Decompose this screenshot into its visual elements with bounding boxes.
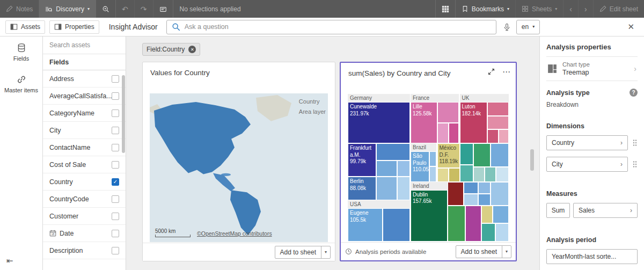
previous-sheet-button[interactable]: ‹ (563, 0, 578, 18)
smart-search-button[interactable] (96, 0, 116, 18)
treemap-block[interactable] (478, 182, 491, 194)
treemap-block[interactable] (473, 143, 491, 167)
treemap-block[interactable] (464, 182, 478, 194)
treemap-block-luton[interactable]: Luton 182.14k (460, 102, 487, 143)
undo-button[interactable]: ↶ (116, 0, 135, 18)
treemap-block[interactable] (473, 167, 485, 182)
treemap-block[interactable] (478, 194, 491, 206)
discovery-button[interactable]: Discovery ▾ (39, 0, 96, 18)
treemap-block[interactable] (397, 160, 410, 177)
close-insight-advisor-button[interactable]: ✕ (623, 22, 639, 32)
voice-input-button[interactable] (503, 23, 511, 31)
ask-question-input[interactable] (185, 23, 491, 31)
map-chart-card[interactable]: Values for Country Country Area l (142, 62, 335, 261)
treemap-block-lille[interactable]: Lille 125.58k (411, 102, 437, 143)
next-sheet-button[interactable]: › (578, 0, 593, 18)
field-checkbox-categoryname[interactable] (112, 110, 119, 117)
treemap-block[interactable] (437, 102, 459, 123)
notes-button[interactable]: Notes (0, 0, 39, 18)
treemap-block[interactable] (487, 116, 509, 129)
treemap-block[interactable] (496, 167, 509, 182)
treemap-block[interactable] (487, 129, 499, 143)
treemap-block[interactable] (449, 123, 459, 144)
bookmarks-button[interactable]: Bookmarks ▾ (455, 0, 515, 18)
field-row-city[interactable]: City (43, 122, 126, 139)
redo-button[interactable]: ↷ (135, 0, 153, 18)
treemap-block[interactable] (397, 177, 410, 200)
field-checkbox-countrycode[interactable] (112, 195, 119, 203)
treemap-block[interactable] (437, 123, 449, 144)
field-checkbox-country[interactable]: ✓ (112, 178, 119, 186)
edit-sheet-button[interactable]: Edit sheet (593, 0, 644, 18)
treemap-block[interactable] (376, 177, 397, 200)
assets-toggle-button[interactable]: Assets (5, 20, 45, 34)
field-row-categoryname[interactable]: CategoryName (43, 105, 126, 122)
ask-question-searchbar[interactable] (166, 20, 496, 34)
field-row-description[interactable]: Description (43, 242, 126, 259)
assets-search-input[interactable] (49, 41, 119, 49)
treemap-group-ireland[interactable]: Ireland (411, 182, 448, 190)
treemap-block[interactable] (383, 208, 410, 242)
field-row-countrycode[interactable]: CountryCode (43, 191, 126, 208)
sheets-button[interactable]: Sheets ▾ (515, 0, 563, 18)
field-row-averagecallsatisfa[interactable]: AverageCallSatisfa... (43, 87, 126, 105)
chevron-right-icon[interactable]: › (634, 64, 636, 73)
treemap-block[interactable] (465, 206, 481, 242)
treemap-block[interactable] (376, 143, 410, 160)
measure-field-button[interactable]: Sales › (573, 203, 638, 218)
treemap-group-france[interactable]: France (411, 94, 459, 102)
field-checkbox-cost-of-sale[interactable] (112, 161, 119, 169)
collapse-panel-icon[interactable]: ⇤ (6, 256, 13, 266)
treemap-block[interactable] (491, 182, 509, 206)
field-checkbox-customer[interactable] (112, 213, 119, 220)
treemap-block[interactable] (460, 165, 474, 182)
treemap-block[interactable] (487, 102, 509, 116)
map-attribution[interactable]: ©OpenStreetMap contributors (197, 230, 272, 237)
assets-scrollbar[interactable] (122, 75, 125, 153)
language-select[interactable]: en ▾ (516, 20, 540, 34)
field-row-customer[interactable]: Customer (43, 208, 126, 225)
treemap-block[interactable] (460, 143, 474, 165)
chevron-down-icon[interactable]: ▾ (502, 246, 511, 258)
treemap-block[interactable] (464, 194, 478, 206)
field-row-cost-of-sale[interactable]: Cost of Sale (43, 156, 126, 173)
treemap-block-s-o[interactable]: São Paulo 110.05k (411, 151, 429, 181)
remove-filter-icon[interactable]: ✕ (188, 46, 196, 53)
treemap-block-frankfurt[interactable]: Frankfurt a.M. 99.79k (348, 143, 376, 177)
assets-search[interactable] (43, 37, 126, 54)
field-row-date[interactable]: 18Date (43, 225, 126, 242)
dimension-button-country[interactable]: Country › (546, 135, 628, 150)
treemap-block[interactable] (495, 223, 509, 242)
analysis-periods-note[interactable]: Analysis periods available (345, 248, 426, 255)
field-checkbox-city[interactable] (112, 127, 119, 134)
treemap-chart-card[interactable]: sum(Sales) by Country and City ⋯ Germany… (340, 62, 517, 261)
chart-type-row[interactable]: Chart type Treemap › (546, 56, 638, 81)
clear-selections-button[interactable] (153, 0, 173, 18)
analysis-period-button[interactable]: YearMonth-last sorte... (546, 249, 638, 264)
treemap-group-usa[interactable]: USA (348, 200, 410, 208)
chevron-down-icon[interactable]: ▾ (321, 246, 330, 258)
aggregation-button[interactable]: Sum (546, 203, 570, 218)
field-checkbox-address[interactable] (112, 75, 119, 83)
treemap-block[interactable] (429, 151, 437, 166)
map-add-to-sheet-button[interactable]: Add to sheet ▾ (275, 246, 331, 259)
more-options-icon[interactable]: ⋯ (502, 68, 510, 76)
expand-icon[interactable] (488, 68, 495, 75)
field-row-address[interactable]: Address (43, 70, 126, 87)
rail-tab-fields[interactable]: Fields (0, 37, 42, 68)
treemap-block[interactable] (376, 160, 397, 177)
treemap-block-cunewalde[interactable]: Cunewalde 231.97k (348, 102, 410, 143)
app-overview-button[interactable] (435, 0, 455, 18)
treemap-block[interactable] (437, 168, 449, 182)
field-checkbox-contactname[interactable] (112, 144, 119, 151)
field-row-country[interactable]: Country✓ (43, 173, 126, 191)
field-checkbox-description[interactable] (112, 247, 119, 254)
treemap-block[interactable] (449, 168, 460, 182)
treemap-chart[interactable]: GermanyFranceUKBrazilIrelandUSACunewalde… (348, 94, 509, 242)
help-icon[interactable]: ? (630, 89, 638, 97)
drag-handle-icon[interactable] (632, 139, 638, 147)
main-scrollbar[interactable] (530, 149, 534, 171)
treemap-block-eugene[interactable]: Eugene 105.5k (348, 208, 383, 242)
treemap-group-brazil[interactable]: Brazil (411, 143, 436, 151)
treemap-group-germany[interactable]: Germany (348, 94, 410, 102)
